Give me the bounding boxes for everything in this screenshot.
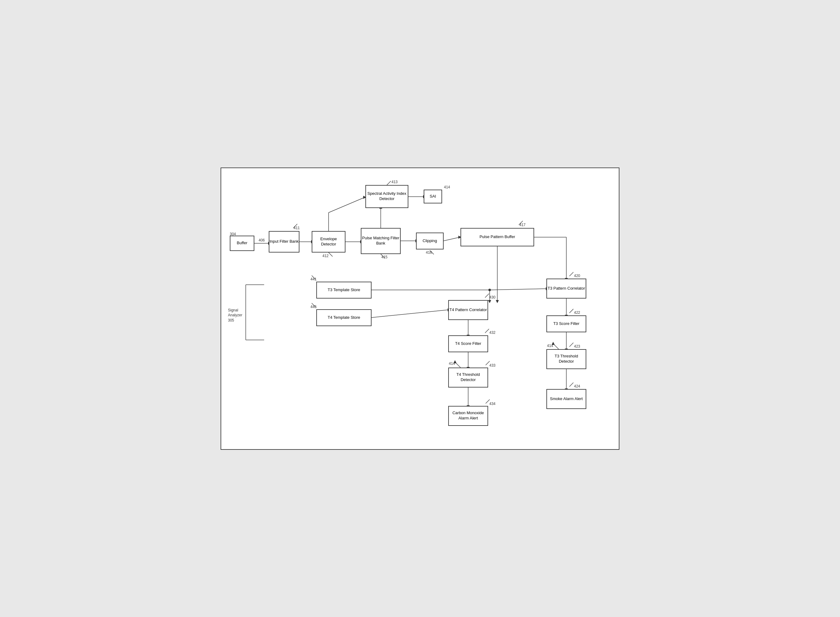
t4-pattern-block: T4 Pattern Correlator: [448, 300, 488, 320]
svg-line-9: [329, 197, 365, 213]
ref-406: 406: [258, 238, 265, 242]
t4-template-block: T4 Template Store: [316, 309, 372, 326]
t4-threshold-block: T4 Threshold Detector: [448, 368, 488, 388]
ref-441: 441: [310, 277, 317, 281]
envelope-detector-block: Envelope Detector: [312, 231, 345, 252]
t3-pattern-block: T3 Pattern Correlator: [546, 279, 586, 298]
pulse-matching-block: Pulse Matching Filter Bank: [361, 228, 401, 254]
svg-line-55: [485, 294, 489, 298]
ref-433: 433: [489, 363, 496, 368]
t3-score-block: T3 Score Filter: [546, 315, 586, 332]
ref-430: 430: [489, 295, 496, 300]
svg-line-54: [570, 382, 573, 387]
svg-line-23: [490, 289, 546, 290]
ref-445: 445: [310, 305, 317, 309]
svg-line-47: [387, 181, 391, 185]
svg-line-28: [372, 310, 447, 317]
svg-line-52: [570, 309, 573, 313]
ref-434: 434: [489, 401, 496, 406]
t3-template-block: T3 Template Store: [316, 282, 372, 298]
ref-304: 304: [230, 232, 236, 236]
ref-422: 422: [574, 310, 580, 315]
svg-line-51: [570, 272, 573, 276]
ref-414-t4: 414: [449, 362, 455, 366]
svg-marker-21: [496, 300, 499, 303]
svg-line-56: [485, 329, 489, 333]
smoke-alarm-block: Smoke Alarm Alert: [546, 389, 586, 409]
t4-score-block: T4 Score Filter: [448, 335, 488, 352]
ref-413: 413: [391, 180, 398, 184]
svg-marker-27: [488, 300, 491, 303]
ref-414-t3: 414: [547, 344, 553, 348]
ref-412: 412: [322, 254, 329, 258]
ref-424: 424: [574, 384, 580, 388]
svg-point-25: [489, 289, 491, 291]
clipping-block: Clipping: [416, 233, 444, 249]
svg-line-61: [455, 362, 461, 368]
buffer-block: Buffer: [230, 236, 254, 251]
ref-415: 415: [381, 255, 387, 259]
ref-416: 416: [426, 250, 432, 255]
pulse-pattern-block: Pulse Pattern Buffer: [461, 228, 534, 247]
ref-414-sai: 414: [444, 185, 450, 189]
signal-analyzer-label: SignalAnalyzer305: [228, 308, 242, 323]
svg-line-46: [329, 252, 332, 257]
ref-420: 420: [574, 274, 580, 278]
svg-line-53: [570, 343, 573, 347]
sai-block: SAI: [424, 190, 442, 204]
t3-threshold-block: T3 Threshold Detector: [546, 349, 586, 369]
svg-line-63: [553, 344, 559, 349]
ref-423: 423: [574, 344, 580, 348]
ref-411: 411: [294, 226, 300, 230]
input-filter-block: Input Filter Bank: [269, 231, 300, 252]
svg-line-15: [444, 237, 460, 241]
ref-417: 417: [520, 223, 526, 227]
spectral-activity-block: Spectral Activity Index Detector: [365, 185, 408, 208]
diagram-container: Buffer Input Filter Bank Envelope Detect…: [221, 168, 619, 450]
co-alarm-block: Carbon Monoxide Alarm Alert: [448, 406, 488, 426]
ref-432: 432: [489, 331, 496, 335]
